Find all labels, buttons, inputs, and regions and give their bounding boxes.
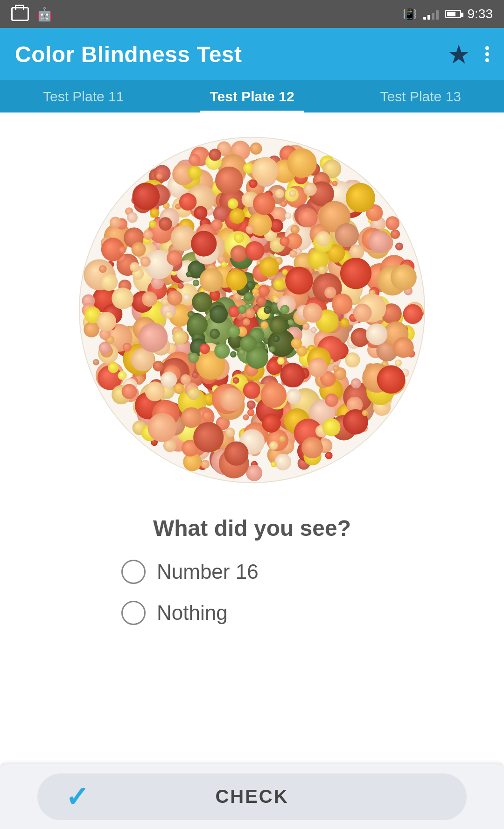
radio-number16[interactable]	[121, 560, 146, 584]
status-bar-left: 🤖	[11, 7, 53, 22]
option-nothing[interactable]: Nothing	[121, 601, 228, 625]
status-bar-right: 📳 9:33	[403, 7, 493, 21]
option-number16-label: Number 16	[157, 560, 259, 583]
main-content: What did you see? Number 16 Nothing	[0, 114, 504, 625]
time-display: 9:33	[468, 7, 493, 21]
options-container: Number 16 Nothing	[0, 560, 504, 625]
check-button-area: ✓ CHECK	[0, 764, 504, 829]
app-bar: Color Blindness Test ★	[0, 28, 504, 80]
tab-bar: Test Plate 11 Test Plate 12 Test Plate 1…	[0, 80, 504, 114]
plate-canvas	[70, 128, 434, 492]
app-bar-actions: ★	[447, 39, 489, 70]
app-title: Color Blindness Test	[15, 42, 242, 67]
battery-icon	[445, 10, 461, 18]
question-text: What did you see?	[153, 515, 351, 541]
check-label: CHECK	[215, 786, 288, 807]
tab-plate-11[interactable]: Test Plate 11	[34, 80, 133, 112]
tab-plate-12[interactable]: Test Plate 12	[200, 80, 303, 112]
tab-plate-13[interactable]: Test Plate 13	[371, 80, 470, 112]
screenshot-icon	[11, 7, 29, 21]
option-number16[interactable]: Number 16	[121, 560, 259, 584]
star-icon[interactable]: ★	[447, 39, 470, 70]
option-nothing-label: Nothing	[157, 601, 228, 625]
check-button[interactable]: ✓ CHECK	[37, 773, 467, 820]
android-icon: 🤖	[36, 7, 53, 22]
radio-nothing[interactable]	[121, 601, 146, 625]
vibrate-icon: 📳	[403, 7, 417, 21]
ishihara-plate	[70, 128, 434, 492]
check-tick-icon: ✓	[65, 780, 89, 813]
more-options-icon[interactable]	[485, 46, 489, 62]
status-bar: 🤖 📳 9:33	[0, 0, 504, 28]
signal-icon	[423, 8, 439, 20]
